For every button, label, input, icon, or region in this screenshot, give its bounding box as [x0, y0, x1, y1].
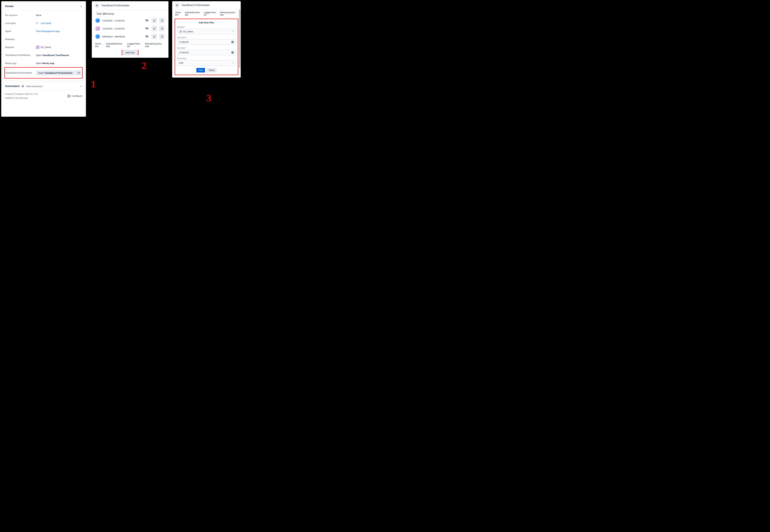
plan-hours: 8h [145, 19, 148, 22]
delete-plan-button[interactable] [159, 34, 165, 39]
link-asset-label: Link Asset [5, 22, 36, 24]
releases-label: Releases [5, 38, 36, 40]
pencil-icon [153, 35, 155, 38]
svg-point-2 [68, 96, 69, 97]
stat-remaining: Remaining time:24h [145, 42, 162, 48]
chevron-down-icon [232, 62, 234, 64]
scrollbar-thumb[interactable] [239, 10, 240, 68]
plan-hours: 8h [145, 27, 148, 30]
details-meta: Created 12 October 2023 at 17:22 Updated… [2, 92, 85, 101]
back-button[interactable] [95, 3, 99, 8]
stat-scheduled: Scheduled time:24h [185, 11, 200, 16]
rule-executions-label: Rule executions [26, 85, 78, 88]
clear-icon[interactable]: ✕ [231, 51, 234, 54]
stat-logged: Logged time:0h [127, 42, 141, 48]
plan-dates: 08/Feb/24 - 08/Feb/24 [102, 35, 144, 38]
add-plan-panel-title: TeamBoard ProScheduler [181, 4, 210, 7]
stat-remaining: Remaining time:24h [220, 11, 236, 16]
plan-avatar-icon [95, 18, 100, 23]
stat-done: Done:0% [175, 11, 181, 16]
details-title: Details [5, 5, 14, 8]
delete-plan-button[interactable] [159, 18, 165, 23]
add-plan-panel-header: TeamBoard ProScheduler [172, 1, 241, 9]
open-timeplanner-button[interactable]: Open TeamBoard TimePlanner [36, 54, 69, 56]
reporter-value[interactable]: DS_Demo [36, 45, 51, 49]
arrow-right-icon [77, 71, 81, 75]
proscheduler-list-panel: TeamBoard ProScheduler Total: 24 hour(s)… [92, 1, 168, 58]
member-select[interactable]: DS_Demo [177, 29, 236, 34]
back-button[interactable] [175, 3, 179, 8]
arrow-left-icon [96, 4, 98, 7]
pencil-icon [153, 27, 155, 30]
gear-icon [67, 95, 70, 98]
details-panel: Details Fix versions None Link Asset + L… [1, 1, 86, 117]
chevron-up-icon [80, 5, 82, 7]
plan-row: 11/Jan/24 - 11/Jan/248h [95, 16, 165, 24]
scrollbar[interactable] [239, 10, 240, 77]
annotation-3: 3 [206, 92, 211, 104]
plan-hours: 8h [145, 35, 148, 38]
details-header[interactable]: Details [2, 3, 85, 10]
plan-row: 11/Jan/24 - 11/Jan/248h [95, 24, 165, 32]
open-mocky-button[interactable]: Open Mocky App [36, 62, 54, 64]
proscheduler-label: TeamBoard ProScheduler [6, 71, 36, 74]
end-date-label: End Date * [177, 47, 236, 49]
annotation-1: 1 [91, 79, 96, 90]
close-icon [161, 35, 163, 38]
fix-versions-value[interactable]: None [36, 14, 41, 16]
plan-avatar-icon [95, 26, 100, 31]
end-date-input[interactable]: 17/Jan/24 ✕ [177, 50, 236, 55]
hours-select[interactable]: 8:00 [177, 60, 236, 66]
timeplanner-label: TeamBoard TimePlanner [5, 54, 36, 57]
chevron-down-icon [80, 85, 82, 87]
plan-dates: 11/Jan/24 - 11/Jan/24 [102, 19, 144, 22]
close-icon [161, 19, 163, 22]
reporter-label: Reporter [5, 46, 36, 48]
sprint-link[interactable]: Time Management App [36, 30, 60, 32]
details-card: Details Fix versions None Link Asset + L… [2, 2, 85, 81]
add-plan-button[interactable]: Add Plan [123, 50, 138, 55]
sprint-label: Sprint [5, 30, 36, 32]
add-plan-form-highlight: Add New Plan Member * DS_Demo Start Date… [175, 19, 238, 75]
hours-label: Hours/day * [177, 57, 236, 60]
total-hours: Total: 24 hour(s) [96, 12, 165, 15]
pencil-icon [153, 19, 155, 22]
fix-versions-label: Fix versions [5, 14, 36, 16]
automation-title: Automation [5, 85, 20, 88]
edit-plan-button[interactable] [151, 26, 157, 31]
proscheduler-highlight: TeamBoard ProScheduler Open TeamBoard Pr… [4, 67, 83, 79]
plan-avatar-icon [95, 34, 100, 39]
close-button[interactable]: Close [207, 68, 216, 73]
mocky-label: Mocky App [5, 62, 36, 64]
member-label: Member * [177, 26, 236, 28]
add-plan-highlight: Add Plan [122, 50, 139, 55]
form-title: Add New Plan [177, 21, 236, 24]
annotation-2: 2 [142, 60, 147, 71]
edit-plan-button[interactable] [151, 34, 157, 39]
proscheduler-panel-title: TeamBoard ProScheduler [101, 4, 129, 7]
start-date-input[interactable]: 17/Jan/24 ✕ [177, 39, 236, 45]
delete-plan-button[interactable] [159, 26, 165, 31]
updated-text: Updated 3 seconds ago [5, 96, 38, 100]
chevron-down-icon [232, 31, 234, 32]
proscheduler-panel-header: TeamBoard ProScheduler [92, 1, 168, 10]
plan-button[interactable]: Plan [196, 68, 205, 73]
plan-row: 08/Feb/24 - 08/Feb/248h [95, 32, 165, 40]
reporter-avatar-icon [36, 45, 39, 49]
add-plan-panel: TeamBoard ProScheduler Done:0% Scheduled… [172, 1, 241, 78]
close-icon [161, 27, 163, 30]
stat-scheduled: Scheduled time:24h [106, 42, 123, 48]
configure-button[interactable]: Configure [67, 95, 82, 98]
open-proscheduler-button[interactable]: Open TeamBoard ProScheduler [36, 70, 82, 75]
clear-icon[interactable]: ✕ [231, 41, 234, 43]
arrow-left-icon [176, 4, 178, 7]
created-text: Created 12 October 2023 at 17:22 [5, 92, 38, 96]
edit-plan-button[interactable] [151, 18, 157, 23]
lightning-icon [21, 85, 24, 88]
member-avatar-icon [179, 30, 182, 33]
start-date-label: Start Date * [177, 36, 236, 39]
link-asset-button[interactable]: + Link asset [36, 21, 51, 25]
automation-card[interactable]: Automation Rule executions [2, 82, 85, 90]
svg-marker-1 [22, 85, 24, 87]
stat-logged: Logged time:0h [204, 11, 216, 16]
